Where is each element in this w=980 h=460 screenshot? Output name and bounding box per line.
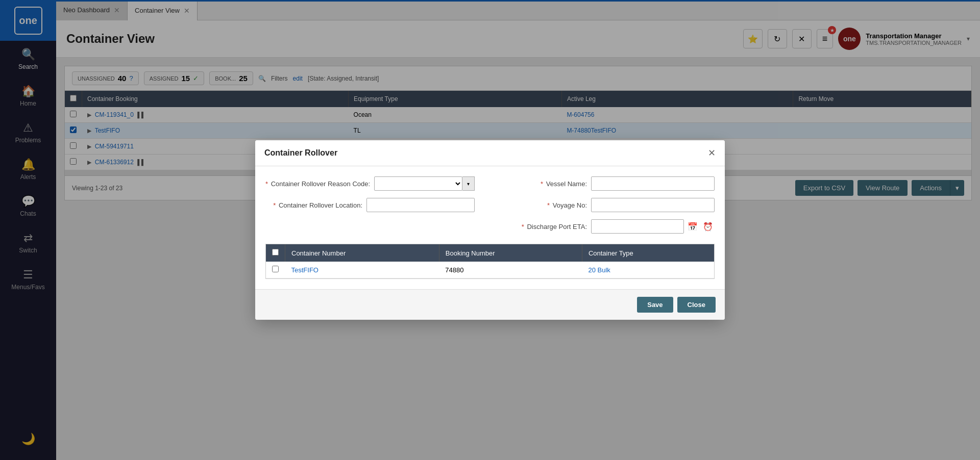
modal-close-footer-button[interactable]: Close [677, 297, 716, 313]
modal-close-button[interactable]: ✕ [708, 147, 716, 159]
discharge-port-eta-label: * Discharge Port ETA: [490, 223, 587, 231]
modal-container-number-link[interactable]: TestFIFO [291, 266, 318, 274]
location-input[interactable] [366, 198, 475, 212]
vessel-name-row: * Vessel Name: [490, 176, 715, 191]
modal-table-row: TestFIFO 74880 20 Bulk [266, 262, 714, 278]
discharge-port-eta-input[interactable] [591, 219, 684, 234]
voyage-no-row: * Voyage No: [490, 198, 715, 212]
modal-header: Container Rollover ✕ [255, 140, 725, 166]
required-star-5: * [522, 223, 524, 231]
required-star: * [265, 180, 268, 188]
modal-col-container-number: Container Number [285, 244, 439, 262]
reason-code-select-wrap: ▾ [374, 176, 475, 191]
modal-title: Container Rollover [264, 148, 337, 158]
location-label: * Container Rollover Location: [265, 201, 362, 209]
clock-icon-button[interactable]: ⏰ [701, 220, 715, 233]
modal-body: * Container Rollover Reason Code: ▾ * Co… [255, 166, 725, 289]
form-right-col: * Vessel Name: * Voyage No: [490, 176, 715, 234]
modal-col-container-type: Container Type [582, 244, 714, 262]
location-row: * Container Rollover Location: [265, 198, 475, 212]
vessel-name-input[interactable] [591, 176, 715, 191]
required-star-2: * [273, 201, 276, 209]
modal-container-type-cell: 20 Bulk [582, 262, 714, 278]
modal-container-type-link[interactable]: 20 Bulk [588, 266, 610, 274]
reason-code-dropdown-icon[interactable]: ▾ [462, 176, 475, 191]
discharge-port-eta-wrap: 📅 ⏰ [591, 219, 715, 234]
vessel-name-label: * Vessel Name: [490, 180, 587, 188]
reason-code-label: * Container Rollover Reason Code: [265, 180, 370, 188]
modal-select-all-checkbox[interactable] [272, 249, 279, 255]
modal-row-checkbox[interactable] [272, 266, 279, 272]
modal-booking-number-cell: 74880 [439, 262, 582, 278]
required-star-4: * [547, 201, 550, 209]
modal-table-check-header[interactable] [266, 244, 285, 262]
required-star-3: * [541, 180, 543, 188]
discharge-port-eta-row: * Discharge Port ETA: 📅 ⏰ [490, 219, 715, 234]
modal-col-booking-number: Booking Number [439, 244, 582, 262]
voyage-no-label: * Voyage No: [490, 201, 587, 209]
modal-inner-table-wrap: Container Number Booking Number Containe… [265, 244, 715, 279]
form-left-col: * Container Rollover Reason Code: ▾ * Co… [265, 176, 475, 234]
modal-footer: Save Close [255, 289, 725, 320]
calendar-icon-button[interactable]: 📅 [686, 220, 699, 233]
modal-inner-table: Container Number Booking Number Containe… [266, 244, 714, 278]
modal-overlay: Container Rollover ✕ * Container Rollove… [0, 0, 980, 460]
reason-code-row: * Container Rollover Reason Code: ▾ [265, 176, 475, 191]
voyage-no-input[interactable] [591, 198, 715, 212]
modal-form: * Container Rollover Reason Code: ▾ * Co… [265, 176, 715, 234]
modal-save-button[interactable]: Save [637, 297, 673, 313]
modal-row-checkbox-cell[interactable] [266, 262, 285, 278]
reason-code-select[interactable] [374, 176, 462, 191]
modal-container-number-cell: TestFIFO [285, 262, 439, 278]
container-rollover-modal: Container Rollover ✕ * Container Rollove… [255, 140, 725, 320]
